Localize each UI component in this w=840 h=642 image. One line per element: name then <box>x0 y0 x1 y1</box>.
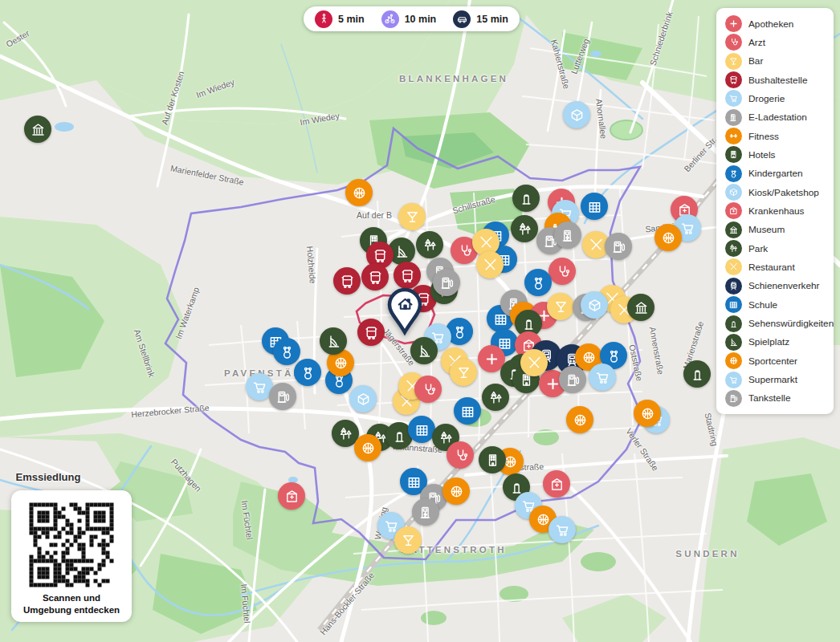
marker-bushaltestelle[interactable] <box>361 263 389 291</box>
basketball-icon <box>351 185 368 201</box>
cart-icon <box>679 220 696 237</box>
hotel-icon <box>484 452 501 469</box>
marker-bar[interactable] <box>394 526 422 554</box>
marker-arzt[interactable] <box>414 376 442 403</box>
marker-bushaltestelle[interactable] <box>333 267 361 295</box>
marker-kindergarten[interactable] <box>273 338 300 365</box>
marker-sportcenter[interactable] <box>354 434 381 461</box>
marker-tankstelle[interactable] <box>433 269 460 296</box>
school-icon <box>725 296 742 313</box>
cocktail-icon <box>455 364 472 381</box>
marker-kiosk[interactable] <box>349 385 377 412</box>
marker-schule[interactable] <box>454 397 481 425</box>
legend-item-kiosk[interactable]: Kiosk/Paketshop <box>725 184 834 201</box>
marker-sportcenter[interactable] <box>654 224 682 251</box>
legend-item-tankstelle[interactable]: Tankstelle <box>725 390 834 407</box>
legend-item-sehenswuerdigkeiten[interactable]: Sehenswürdigkeiten <box>725 315 834 332</box>
marker-sportcenter[interactable] <box>634 400 661 427</box>
marker-museum[interactable] <box>627 294 654 321</box>
legend-item-label: Park <box>748 243 768 254</box>
cocktail-icon <box>400 532 417 549</box>
travel-time-item-5-min[interactable]: 5 min <box>315 10 365 28</box>
marker-spielplatz[interactable] <box>410 337 438 364</box>
marker-tankstelle[interactable] <box>269 383 296 410</box>
marker-schule[interactable] <box>581 193 608 220</box>
marker-bar[interactable] <box>398 203 426 230</box>
marker-tankstelle[interactable] <box>605 233 632 260</box>
marker-sportcenter[interactable] <box>566 406 593 433</box>
marker-restaurant[interactable] <box>520 349 548 376</box>
marker-kindergarten[interactable] <box>294 359 321 386</box>
cutlery-icon <box>478 234 495 251</box>
legend-item-arzt[interactable]: Arzt <box>725 34 834 51</box>
basketball-icon <box>581 349 597 366</box>
cocktail-icon <box>725 53 742 70</box>
marker-sehenswuerdigkeiten[interactable] <box>512 185 540 212</box>
legend-item-drogerie[interactable]: Drogerie <box>725 90 834 107</box>
legend-item-spielplatz[interactable]: Spielplatz <box>725 334 834 351</box>
charge-icon <box>725 109 742 126</box>
legend-item-krankenhaus[interactable]: Krankenhaus <box>725 202 834 219</box>
marker-museum[interactable] <box>24 116 51 143</box>
marker-park[interactable] <box>416 231 443 258</box>
marker-restaurant[interactable] <box>476 251 504 278</box>
marker-sportcenter[interactable] <box>442 477 470 505</box>
home-location-pin[interactable] <box>385 287 424 337</box>
monument-icon <box>518 190 535 207</box>
legend-item-hotels[interactable]: Hotels <box>725 146 834 163</box>
marker-sehenswuerdigkeiten[interactable] <box>683 360 711 388</box>
cutlery-icon <box>588 237 605 254</box>
marker-tankstelle[interactable] <box>559 366 586 393</box>
marker-arzt[interactable] <box>447 441 474 469</box>
marker-supermarkt[interactable] <box>589 364 616 391</box>
basketball-icon <box>572 412 589 429</box>
marker-krankenhaus[interactable] <box>278 482 305 510</box>
legend-item-museum[interactable]: Museum <box>725 221 834 238</box>
marker-bar[interactable] <box>450 359 477 386</box>
legend-item-bar[interactable]: Bar <box>725 53 834 70</box>
marker-bar[interactable] <box>547 293 574 320</box>
marker-kiosk[interactable] <box>581 291 608 319</box>
marker-supermarkt[interactable] <box>548 516 576 543</box>
travel-time-item-10-min[interactable]: 10 min <box>381 10 437 28</box>
marker-spielplatz[interactable] <box>320 327 347 355</box>
map-app: BLANKENHAGENPAVENSTÄDTKATTENSTROTHSUNDER… <box>0 0 840 642</box>
school-icon <box>586 198 603 215</box>
walk-icon <box>315 10 332 28</box>
qr-caption-line2: Umgebung entdecken <box>23 604 120 616</box>
slide-icon <box>393 243 410 260</box>
monument-icon <box>520 315 537 332</box>
marker-hotels[interactable] <box>479 446 506 473</box>
legend-item-restaurant[interactable]: Restaurant <box>725 258 834 275</box>
legend-item-kindergarten[interactable]: Kindergarten <box>725 165 834 182</box>
marker-eladestation[interactable] <box>412 498 439 526</box>
legend-item-supermarkt[interactable]: Supermarkt <box>725 372 834 388</box>
marker-bushaltestelle[interactable] <box>357 319 385 346</box>
teddy-icon <box>300 364 316 381</box>
legend-item-eladestation[interactable]: E-Ladestation <box>725 109 834 126</box>
basketball-icon <box>725 352 742 369</box>
marker-kindergarten[interactable] <box>524 269 552 296</box>
marker-sportcenter[interactable] <box>345 179 373 206</box>
marker-park[interactable] <box>511 215 538 242</box>
legend-item-park[interactable]: Park <box>725 240 834 257</box>
marker-krankenhaus[interactable] <box>543 470 570 498</box>
legend-item-schule[interactable]: Schule <box>725 296 834 313</box>
legend-item-sportcenter[interactable]: Sportcenter <box>725 352 834 369</box>
legend-item-schienenverkehr[interactable]: Schienenverkehr <box>725 278 834 295</box>
marker-eladestation[interactable] <box>554 221 581 249</box>
marker-bushaltestelle[interactable] <box>393 262 421 289</box>
teddy-icon <box>530 274 547 291</box>
travel-time-item-15-min[interactable]: 15 min <box>453 10 508 28</box>
trees-icon <box>337 425 354 442</box>
legend-item-fitness[interactable]: Fitness <box>725 128 834 144</box>
legend-item-bushaltestelle[interactable]: Bushaltestelle <box>725 71 834 88</box>
travel-time-label: 15 min <box>476 14 508 25</box>
marker-schule[interactable] <box>408 416 435 443</box>
basketball-icon <box>639 405 656 422</box>
category-legend-panel: ApothekenArztBarBushaltestelleDrogerieE-… <box>716 8 834 414</box>
legend-item-apotheken[interactable]: Apotheken <box>725 15 834 32</box>
marker-park[interactable] <box>482 384 509 411</box>
marker-kiosk[interactable] <box>563 101 590 128</box>
marker-arzt[interactable] <box>548 258 576 285</box>
